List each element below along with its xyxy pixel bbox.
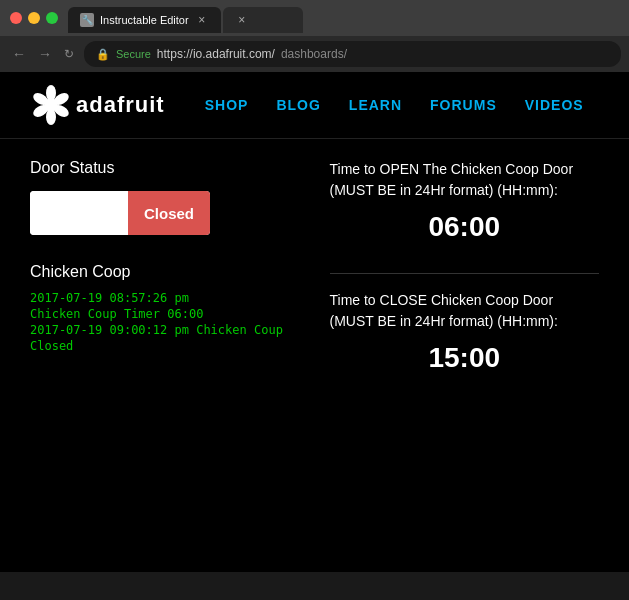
titlebar: 🔧 Instructable Editor × × xyxy=(0,0,629,36)
right-panel: Time to OPEN The Chicken Coop Door (MUST… xyxy=(320,159,600,404)
adafruit-logo-icon xyxy=(30,84,72,126)
door-status-title: Door Status xyxy=(30,159,300,177)
log-line-4: Closed xyxy=(30,339,300,353)
tab-close-icon[interactable]: × xyxy=(195,13,209,27)
nav-learn[interactable]: LEARN xyxy=(349,97,402,113)
open-timer-value: 06:00 xyxy=(330,211,600,243)
main-content: Door Status Closed Chicken Coop 2017-07-… xyxy=(0,139,629,424)
door-status-indicator xyxy=(30,191,128,235)
browser-chrome: 🔧 Instructable Editor × × ← → ↻ 🔒 Secure… xyxy=(0,0,629,72)
nav-blog[interactable]: BLOG xyxy=(276,97,320,113)
url-box[interactable]: 🔒 Secure https://io.adafruit.com/ dashbo… xyxy=(84,41,621,67)
nav-shop[interactable]: SHOP xyxy=(205,97,249,113)
url-start: https://io.adafruit.com/ xyxy=(157,47,275,61)
close-window-button[interactable] xyxy=(10,12,22,24)
back-button[interactable]: ← xyxy=(8,44,30,64)
minimize-window-button[interactable] xyxy=(28,12,40,24)
adafruit-logo: adafruit xyxy=(30,84,165,126)
address-bar: ← → ↻ 🔒 Secure https://io.adafruit.com/ … xyxy=(0,36,629,72)
nav-buttons: ← → ↻ xyxy=(8,44,78,64)
adafruit-header: adafruit SHOP BLOG LEARN FORUMS VIDEOS xyxy=(0,72,629,139)
divider xyxy=(330,273,600,274)
traffic-lights xyxy=(10,12,58,24)
open-timer-label: Time to OPEN The Chicken Coop Door (MUST… xyxy=(330,159,600,201)
chicken-coop-title: Chicken Coop xyxy=(30,263,300,281)
nav-videos[interactable]: VIDEOS xyxy=(525,97,584,113)
door-status-button[interactable]: Closed xyxy=(128,191,210,235)
website-content: adafruit SHOP BLOG LEARN FORUMS VIDEOS D… xyxy=(0,72,629,572)
log-line-2: Chicken Coup Timer 06:00 xyxy=(30,307,300,321)
close-timer-value: 15:00 xyxy=(330,342,600,374)
tab-inactive[interactable]: × xyxy=(223,7,303,33)
secure-label: Secure xyxy=(116,48,151,60)
logo-text: adafruit xyxy=(76,92,165,118)
url-end: dashboards/ xyxy=(281,47,347,61)
log-line-1: 2017-07-19 08:57:26 pm xyxy=(30,291,300,305)
svg-point-1 xyxy=(46,85,56,101)
close-timer-section: Time to CLOSE Chicken Coop Door (MUST BE… xyxy=(330,290,600,374)
tab-favicon: 🔧 xyxy=(80,13,94,27)
lock-icon: 🔒 xyxy=(96,48,110,61)
svg-point-4 xyxy=(46,109,56,125)
fullscreen-window-button[interactable] xyxy=(46,12,58,24)
log-lines: 2017-07-19 08:57:26 pm Chicken Coup Time… xyxy=(30,291,300,353)
refresh-button[interactable]: ↻ xyxy=(60,44,78,64)
open-timer-section: Time to OPEN The Chicken Coop Door (MUST… xyxy=(330,159,600,243)
left-panel: Door Status Closed Chicken Coop 2017-07-… xyxy=(30,159,300,404)
close-timer-label: Time to CLOSE Chicken Coop Door (MUST BE… xyxy=(330,290,600,332)
main-nav: SHOP BLOG LEARN FORUMS VIDEOS xyxy=(205,97,584,113)
door-status-widget: Closed xyxy=(30,191,210,235)
tab-close-icon-2[interactable]: × xyxy=(235,13,249,27)
forward-button[interactable]: → xyxy=(34,44,56,64)
nav-forums[interactable]: FORUMS xyxy=(430,97,497,113)
tab-active[interactable]: 🔧 Instructable Editor × xyxy=(68,7,221,33)
log-line-3: 2017-07-19 09:00:12 pm Chicken Coup xyxy=(30,323,300,337)
tab-title: Instructable Editor xyxy=(100,14,189,26)
